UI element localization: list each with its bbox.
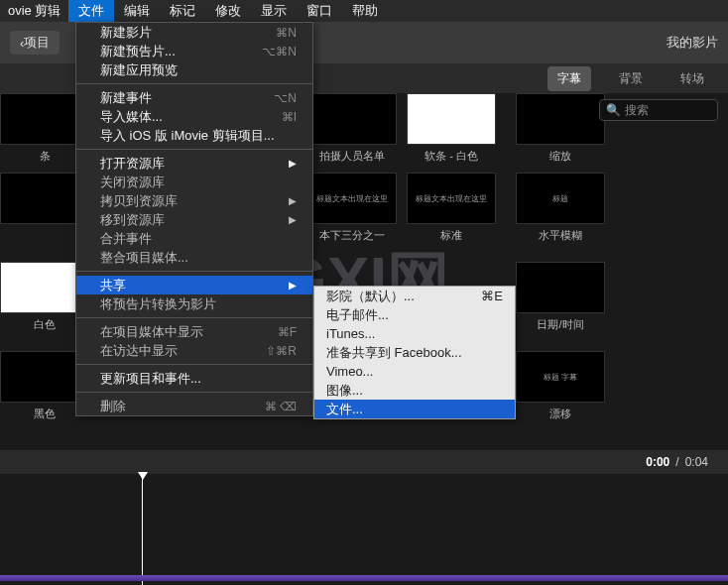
thumbnail-preview: 标题文本出现在这里 (307, 173, 397, 224)
menu-mark[interactable]: 标记 (160, 0, 205, 22)
time-total: 0:04 (685, 455, 708, 469)
thumbnail-label: 日期/时间 (516, 317, 605, 332)
thumbnail-preview (307, 93, 397, 145)
app-name: ovie 剪辑 (0, 2, 68, 20)
time-display: 0:00 / 0:04 (0, 450, 728, 474)
menu-item[interactable]: 打开资源库▶ (76, 154, 312, 173)
submenu-item-label: iTunes... (326, 326, 375, 341)
submenu-item[interactable]: iTunes... (314, 324, 515, 343)
menu-item-label: 关闭资源库 (100, 174, 165, 191)
menu-item[interactable]: 新建预告片...⌥⌘N (76, 42, 312, 60)
thumbnail-preview (516, 93, 605, 145)
submenu-item-label: 图像... (326, 382, 363, 400)
menu-item[interactable]: 共享▶ (76, 276, 312, 294)
menu-item-label: 新建事件 (100, 89, 152, 107)
menu-item: 关闭资源库 (76, 173, 312, 191)
submenu-arrow-icon: ▶ (289, 280, 297, 291)
menu-item-label: 移到资源库 (100, 211, 165, 229)
submenu-item[interactable]: 图像... (314, 381, 515, 400)
tab-backgrounds[interactable]: 背景 (609, 66, 653, 91)
title-thumbnail[interactable]: 标题水平模糊 (516, 173, 605, 243)
title-thumbnail[interactable]: 标题文本出现在这里标准 (407, 173, 496, 243)
title-thumbnail[interactable]: 缩放 (516, 93, 605, 164)
timeline-track[interactable] (0, 575, 728, 581)
menu-item-label: 新建影片 (100, 24, 152, 42)
menu-separator (76, 83, 312, 84)
menu-view[interactable]: 显示 (251, 0, 297, 22)
title-thumbnail[interactable]: 日期/时间 (516, 262, 605, 332)
timeline[interactable] (0, 474, 728, 585)
title-thumbnail[interactable]: 软条 - 白色 (407, 93, 496, 164)
tab-titles[interactable]: 字幕 (547, 66, 591, 91)
menu-item: 将预告片转换为影片 (76, 294, 312, 313)
submenu-item[interactable]: Vimeo... (314, 362, 515, 381)
submenu-arrow-icon: ▶ (289, 214, 297, 225)
menu-item-shortcut: ⇧⌘R (266, 344, 297, 358)
thumbnail-preview: 标题 (516, 173, 605, 224)
menu-item[interactable]: 新建应用预览 (76, 60, 312, 79)
menu-item: 整合项目媒体... (76, 248, 312, 267)
thumbnail-label: 缩放 (516, 149, 605, 164)
submenu-arrow-icon: ▶ (289, 158, 297, 169)
menu-item-label: 合并事件 (100, 230, 152, 248)
menu-item-label: 整合项目媒体... (100, 249, 188, 267)
menu-item: 在访达中显示⇧⌘R (76, 341, 312, 360)
thumbnail-preview (407, 93, 496, 145)
menu-item-label: 将预告片转换为影片 (100, 295, 216, 313)
playhead[interactable] (142, 474, 143, 585)
title-thumbnail[interactable]: 拍摄人员名单 (307, 93, 397, 164)
submenu-item[interactable]: 准备共享到 Facebook... (314, 343, 515, 362)
submenu-item[interactable]: 电子邮件... (314, 305, 515, 324)
submenu-item[interactable]: 文件... (314, 400, 515, 418)
menu-item: 在项目媒体中显示⌘F (76, 322, 312, 341)
thumbnail-label: 水平模糊 (516, 228, 605, 243)
menu-item[interactable]: 导入媒体...⌘I (76, 107, 312, 126)
menu-separator (76, 149, 312, 150)
menu-item-shortcut: ⌘N (276, 26, 297, 40)
back-button[interactable]: ‹ 项目 (10, 31, 60, 55)
tab-transitions[interactable]: 转场 (670, 66, 714, 91)
search-input[interactable]: 🔍 搜索 (599, 99, 718, 121)
menu-item-label: 拷贝到资源库 (100, 192, 178, 210)
menu-item-shortcut: ⌥⌘N (262, 45, 297, 58)
menu-window[interactable]: 窗口 (297, 0, 342, 22)
menu-separator (76, 271, 312, 272)
submenu-item-shortcut: ⌘E (481, 289, 503, 303)
time-sep: / (675, 455, 678, 469)
menu-separator (76, 364, 312, 365)
back-label: 项目 (24, 34, 50, 52)
menu-item-shortcut: ⌘ ⌫ (265, 400, 297, 413)
submenu-item-label: 电子邮件... (326, 306, 389, 324)
menu-item-label: 打开资源库 (100, 155, 165, 173)
time-current: 0:00 (646, 455, 669, 469)
menu-item-label: 共享 (100, 277, 126, 294)
menu-item-shortcut: ⌥N (274, 91, 297, 105)
menu-item: 拷贝到资源库▶ (76, 191, 312, 210)
thumbnail-preview (516, 262, 605, 313)
menu-item[interactable]: 新建事件⌥N (76, 88, 312, 107)
menu-file[interactable]: 文件 (68, 0, 114, 22)
menu-edit[interactable]: 编辑 (114, 0, 160, 22)
thumbnail-label: 标准 (407, 228, 496, 243)
menu-modify[interactable]: 修改 (205, 0, 251, 22)
file-menu-dropdown: 新建影片⌘N新建预告片...⌥⌘N新建应用预览新建事件⌥N导入媒体...⌘I导入… (75, 22, 313, 416)
menu-item-shortcut: ⌘I (282, 110, 297, 124)
search-icon: 🔍 (606, 103, 621, 117)
submenu-item[interactable]: 影院（默认）...⌘E (314, 287, 515, 305)
submenu-item-label: Vimeo... (326, 364, 373, 379)
menu-item-label: 更新项目和事件... (100, 370, 201, 388)
menu-separator (76, 317, 312, 318)
menu-item-label: 在访达中显示 (100, 342, 178, 360)
menu-item[interactable]: 导入 iOS 版 iMovie 剪辑项目... (76, 126, 312, 145)
project-title: 我的影片 (667, 34, 718, 52)
menu-item[interactable]: 新建影片⌘N (76, 23, 312, 42)
menu-help[interactable]: 帮助 (342, 0, 388, 22)
menu-item-label: 新建预告片... (100, 43, 176, 60)
submenu-item-label: 准备共享到 Facebook... (326, 344, 462, 362)
search-placeholder: 搜索 (625, 102, 649, 119)
menu-item[interactable]: 更新项目和事件... (76, 369, 312, 388)
menu-item-label: 新建应用预览 (100, 61, 178, 79)
title-thumbnail[interactable]: 标题 字幕漂移 (516, 351, 605, 421)
menu-item-label: 导入 iOS 版 iMovie 剪辑项目... (100, 127, 275, 145)
title-thumbnail[interactable]: 标题文本出现在这里本下三分之一 (307, 173, 397, 243)
